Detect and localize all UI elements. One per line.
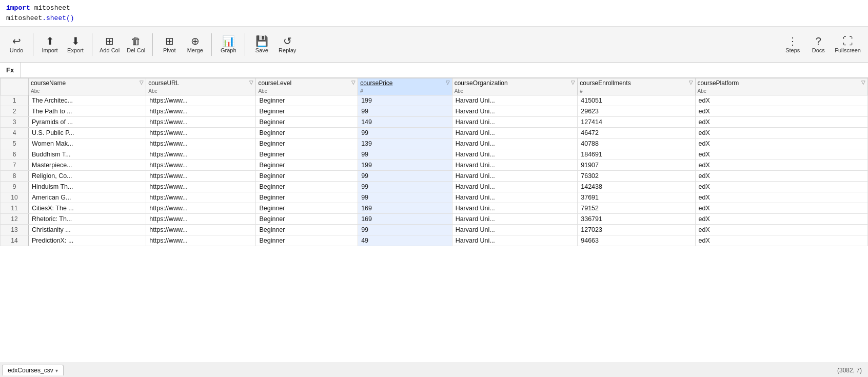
table-row[interactable]: 3Pyramids of ...https://www...Beginner14… (1, 116, 868, 127)
cell-coursePlatform[interactable]: edX (695, 127, 867, 138)
cell-courseOrganization[interactable]: Harvard Uni... (452, 160, 578, 170)
cell-coursePlatform[interactable]: edX (695, 203, 867, 213)
cell-coursePrice[interactable]: 99 (358, 181, 452, 192)
cell-courseName[interactable]: Masterpiece... (29, 160, 146, 170)
table-row[interactable]: 7Masterpiece...https://www...Beginner199… (1, 160, 868, 170)
table-row[interactable]: 10American G...https://www...Beginner99H… (1, 192, 868, 203)
del-col-button[interactable]: 🗑 Del Col (124, 34, 148, 55)
cell-courseName[interactable]: Hinduism Th... (29, 181, 146, 192)
table-row[interactable]: 6Buddhism T...https://www...Beginner99Ha… (1, 149, 868, 160)
cell-courseURL[interactable]: https://www... (146, 224, 256, 235)
cell-coursePlatform[interactable]: edX (695, 170, 867, 181)
export-button[interactable]: ⬇ Export (63, 34, 88, 55)
cell-courseLevel[interactable]: Beginner (256, 192, 358, 203)
add-col-button[interactable]: ⊞ Add Col (96, 34, 123, 55)
cell-courseLevel[interactable]: Beginner (256, 213, 358, 224)
cell-num[interactable]: 1 (1, 95, 29, 106)
formula-input[interactable] (21, 66, 868, 74)
save-button[interactable]: 💾 Save (249, 34, 274, 55)
cell-courseLevel[interactable]: Beginner (256, 170, 358, 181)
cell-num[interactable]: 9 (1, 181, 29, 192)
cell-coursePrice[interactable]: 149 (358, 116, 452, 127)
cell-courseLevel[interactable]: Beginner (256, 181, 358, 192)
cell-courseURL[interactable]: https://www... (146, 160, 256, 170)
fullscreen-button[interactable]: ⛶ Fullscreen (832, 34, 864, 55)
cell-num[interactable]: 11 (1, 203, 29, 213)
cell-courseURL[interactable]: https://www... (146, 106, 256, 116)
table-row[interactable]: 11CitiesX: The ...https://www...Beginner… (1, 203, 868, 213)
cell-courseURL[interactable]: https://www... (146, 170, 256, 181)
cell-courseName[interactable]: Women Mak... (29, 138, 146, 149)
filter-icon-courseName[interactable]: ▽ (140, 80, 144, 85)
cell-num[interactable]: 13 (1, 224, 29, 235)
table-row[interactable]: 12Rhetoric: Th...https://www...Beginner1… (1, 213, 868, 224)
cell-courseURL[interactable]: https://www... (146, 235, 256, 246)
docs-button[interactable]: ? Docs (806, 34, 831, 55)
cell-num[interactable]: 12 (1, 213, 29, 224)
cell-courseURL[interactable]: https://www... (146, 127, 256, 138)
cell-coursePlatform[interactable]: edX (695, 192, 867, 203)
cell-courseURL[interactable]: https://www... (146, 192, 256, 203)
cell-coursePlatform[interactable]: edX (695, 213, 867, 224)
merge-button[interactable]: ⊕ Merge (183, 34, 207, 55)
cell-coursePrice[interactable]: 99 (358, 170, 452, 181)
cell-courseLevel[interactable]: Beginner (256, 138, 358, 149)
cell-courseName[interactable]: American G... (29, 192, 146, 203)
cell-courseEnrollments[interactable]: 79152 (578, 203, 695, 213)
cell-num[interactable]: 10 (1, 192, 29, 203)
cell-courseURL[interactable]: https://www... (146, 95, 256, 106)
table-row[interactable]: 2The Path to ...https://www...Beginner99… (1, 106, 868, 116)
cell-coursePrice[interactable]: 49 (358, 235, 452, 246)
cell-courseEnrollments[interactable]: 127023 (578, 224, 695, 235)
cell-courseURL[interactable]: https://www... (146, 116, 256, 127)
table-row[interactable]: 14PredictionX: ...https://www...Beginner… (1, 235, 868, 246)
cell-coursePrice[interactable]: 169 (358, 203, 452, 213)
cell-courseLevel[interactable]: Beginner (256, 127, 358, 138)
cell-courseOrganization[interactable]: Harvard Uni... (452, 224, 578, 235)
cell-courseOrganization[interactable]: Harvard Uni... (452, 138, 578, 149)
cell-courseName[interactable]: Rhetoric: Th... (29, 213, 146, 224)
table-row[interactable]: 5Women Mak...https://www...Beginner139Ha… (1, 138, 868, 149)
filter-icon-coursePlatform[interactable]: ▽ (861, 80, 865, 85)
cell-num[interactable]: 8 (1, 170, 29, 181)
cell-coursePlatform[interactable]: edX (695, 138, 867, 149)
cell-courseName[interactable]: Christianity ... (29, 224, 146, 235)
cell-courseOrganization[interactable]: Harvard Uni... (452, 203, 578, 213)
replay-button[interactable]: ↺ Replay (275, 34, 300, 55)
cell-coursePrice[interactable]: 99 (358, 192, 452, 203)
cell-courseOrganization[interactable]: Harvard Uni... (452, 170, 578, 181)
cell-courseName[interactable]: U.S. Public P... (29, 127, 146, 138)
cell-coursePlatform[interactable]: edX (695, 160, 867, 170)
cell-courseURL[interactable]: https://www... (146, 213, 256, 224)
filter-icon-courseLevel[interactable]: ▽ (351, 80, 356, 85)
cell-courseLevel[interactable]: Beginner (256, 106, 358, 116)
cell-num[interactable]: 7 (1, 160, 29, 170)
cell-courseEnrollments[interactable]: 91907 (578, 160, 695, 170)
filter-icon-courseOrganization[interactable]: ▽ (571, 80, 575, 85)
cell-courseURL[interactable]: https://www... (146, 181, 256, 192)
filter-icon-coursePrice[interactable]: ▽ (446, 80, 450, 85)
cell-courseEnrollments[interactable]: 336791 (578, 213, 695, 224)
cell-courseURL[interactable]: https://www... (146, 203, 256, 213)
pivot-button[interactable]: ⊞ Pivot (157, 34, 182, 55)
col-header-coursePlatform[interactable]: coursePlatform ▽ Abc (695, 78, 867, 95)
cell-courseURL[interactable]: https://www... (146, 149, 256, 160)
cell-courseLevel[interactable]: Beginner (256, 203, 358, 213)
cell-coursePrice[interactable]: 99 (358, 127, 452, 138)
cell-courseEnrollments[interactable]: 142438 (578, 181, 695, 192)
cell-courseLevel[interactable]: Beginner (256, 160, 358, 170)
table-row[interactable]: 9Hinduism Th...https://www...Beginner99H… (1, 181, 868, 192)
cell-num[interactable]: 14 (1, 235, 29, 246)
cell-courseOrganization[interactable]: Harvard Uni... (452, 213, 578, 224)
table-row[interactable]: 4U.S. Public P...https://www...Beginner9… (1, 127, 868, 138)
cell-courseEnrollments[interactable]: 184691 (578, 149, 695, 160)
tab-dropdown-icon[interactable]: ▾ (55, 368, 58, 373)
cell-courseEnrollments[interactable]: 46472 (578, 127, 695, 138)
col-header-courseOrganization[interactable]: courseOrganization ▽ Abc (452, 78, 578, 95)
cell-coursePrice[interactable]: 99 (358, 224, 452, 235)
cell-courseLevel[interactable]: Beginner (256, 224, 358, 235)
cell-courseLevel[interactable]: Beginner (256, 235, 358, 246)
cell-coursePrice[interactable]: 199 (358, 160, 452, 170)
table-row[interactable]: 1The Architec...https://www...Beginner19… (1, 95, 868, 106)
cell-courseLevel[interactable]: Beginner (256, 95, 358, 106)
